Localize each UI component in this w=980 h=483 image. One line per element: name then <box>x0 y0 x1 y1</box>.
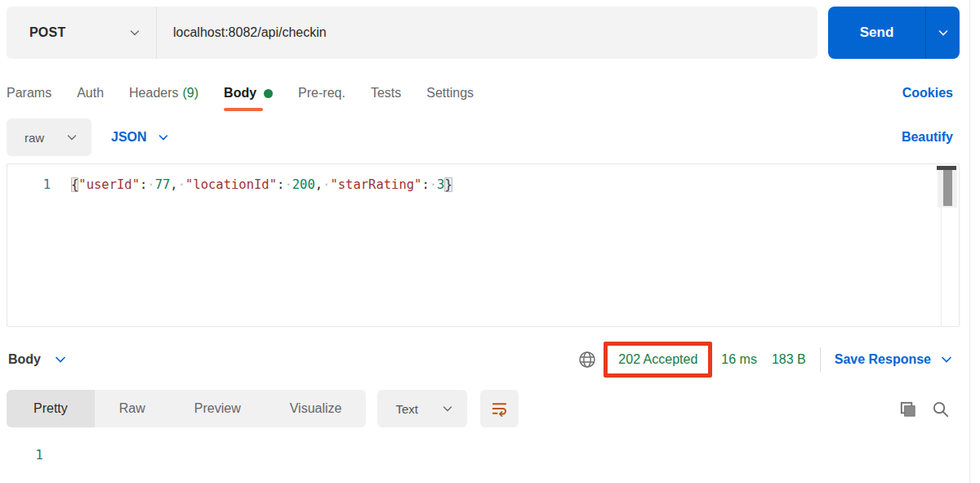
view-tab-visualize[interactable]: Visualize <box>265 390 367 427</box>
save-response-button[interactable]: Save Response <box>835 352 953 367</box>
request-code-line-content[interactable]: {"userId":·77,·"locationId":·200,·"starR… <box>71 175 452 195</box>
response-size: 183 B <box>772 352 806 367</box>
tab-label: Body <box>224 86 256 101</box>
body-modified-dot-icon <box>264 89 273 98</box>
method-select[interactable]: POST <box>7 7 157 59</box>
response-line-number: 1 <box>0 445 64 465</box>
send-options-button[interactable] <box>925 7 960 59</box>
method-label: POST <box>29 25 65 40</box>
copy-icon[interactable] <box>898 400 917 418</box>
network-globe-icon <box>577 350 597 369</box>
postman-request-panel: POST localhost:8082/api/checkin Send Par… <box>0 0 970 483</box>
chevron-down-icon <box>128 26 141 39</box>
wrap-lines-button[interactable] <box>480 390 519 427</box>
annotation-highlight-box: 202 Accepted <box>604 342 712 378</box>
response-time: 16 ms <box>721 352 757 367</box>
chevron-down-icon <box>65 131 78 144</box>
response-body-area[interactable]: 1 <box>0 428 969 465</box>
chevron-down-icon <box>937 26 950 39</box>
line-number: 1 <box>7 175 71 195</box>
view-tab-raw[interactable]: Raw <box>95 390 170 427</box>
cookies-link[interactable]: Cookies <box>902 75 953 111</box>
language-select[interactable]: JSON <box>111 130 170 145</box>
chevron-down-icon <box>441 402 454 415</box>
response-toolbar: Pretty Raw Preview Visualize Text <box>7 389 950 428</box>
url-box: POST localhost:8082/api/checkin <box>7 7 817 59</box>
chevron-down-icon <box>940 353 953 366</box>
divider <box>820 347 821 372</box>
tab-label: Auth <box>77 86 104 101</box>
tab-pre-request[interactable]: Pre-req. <box>298 75 345 111</box>
chevron-down-icon[interactable] <box>54 353 67 366</box>
tab-tests[interactable]: Tests <box>371 75 401 111</box>
response-view-switcher: Pretty Raw Preview Visualize <box>7 390 366 427</box>
request-url-row: POST localhost:8082/api/checkin Send <box>0 0 969 59</box>
tab-auth[interactable]: Auth <box>77 75 104 111</box>
url-input[interactable]: localhost:8082/api/checkin <box>157 7 817 59</box>
tab-label: Settings <box>426 86 474 101</box>
tab-label: Params <box>7 86 51 101</box>
tab-body[interactable]: Body <box>224 75 273 111</box>
send-button[interactable]: Send <box>828 7 925 59</box>
tab-params[interactable]: Params <box>7 75 51 111</box>
tab-label: Tests <box>371 86 401 101</box>
response-status-cluster: 202 Accepted 16 ms 183 B Save Response <box>577 342 953 378</box>
language-label: JSON <box>111 130 147 145</box>
chevron-down-icon <box>157 131 170 144</box>
body-format-select[interactable]: raw <box>7 119 91 156</box>
response-format-select[interactable]: Text <box>377 390 467 427</box>
response-format-label: Text <box>395 402 418 416</box>
view-tab-preview[interactable]: Preview <box>170 390 265 427</box>
tab-label: Headers <box>129 86 178 101</box>
response-meta-row: Body 202 Accepted 16 ms 183 B Save Respo… <box>8 338 953 381</box>
request-tabs: Params Auth Headers (9) Body Pre-req. Te… <box>7 75 953 111</box>
tab-label: Pre-req. <box>298 86 345 101</box>
wrap-text-icon <box>490 400 509 418</box>
scrollbar-thumb[interactable] <box>943 170 952 206</box>
search-icon[interactable] <box>931 400 950 418</box>
code-line: 1 {"userId":·77,·"locationId":·200,·"sta… <box>7 164 959 195</box>
headers-count-badge: (9) <box>183 86 199 101</box>
request-body-editor[interactable]: 1 {"userId":·77,·"locationId":·200,·"sta… <box>7 163 960 327</box>
save-response-label: Save Response <box>835 352 931 367</box>
response-toolbar-icons <box>898 400 950 418</box>
response-body-select-label[interactable]: Body <box>8 352 41 367</box>
active-tab-indicator <box>224 108 263 111</box>
tab-headers[interactable]: Headers (9) <box>129 75 198 111</box>
body-options-row: raw JSON Beautify <box>7 118 953 157</box>
send-button-group: Send <box>828 7 960 59</box>
body-format-label: raw <box>24 131 44 145</box>
view-tab-pretty[interactable]: Pretty <box>7 390 95 427</box>
response-status-code: 202 Accepted <box>618 352 697 366</box>
beautify-link[interactable]: Beautify <box>902 130 953 145</box>
tab-settings[interactable]: Settings <box>426 75 474 111</box>
